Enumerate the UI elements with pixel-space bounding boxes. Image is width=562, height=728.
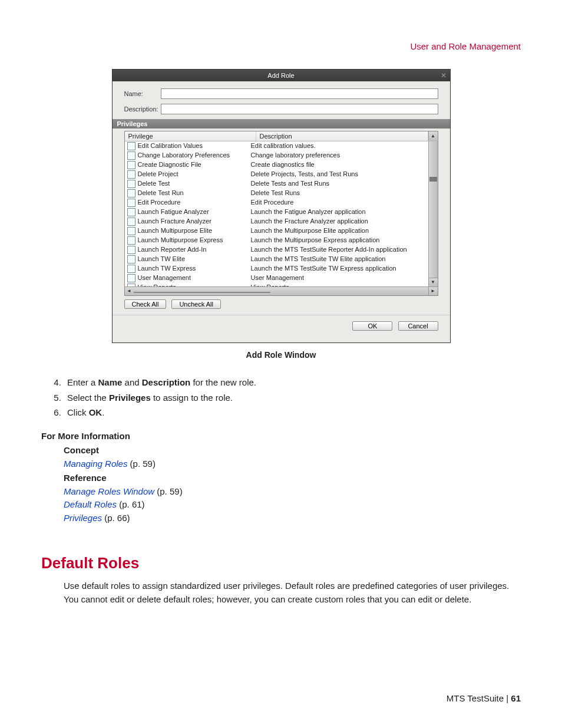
link-privileges[interactable]: Privileges xyxy=(64,513,102,523)
privilege-name: Delete Test Run xyxy=(138,189,251,197)
privilege-name: Launch Fatigue Analyzer xyxy=(138,208,251,216)
dialog-title-text: Add Role xyxy=(267,72,294,79)
name-input[interactable] xyxy=(161,88,438,99)
privilege-checkbox[interactable] xyxy=(127,265,135,273)
privilege-name: Launch Reporter Add-In xyxy=(138,246,251,254)
privilege-checkbox[interactable] xyxy=(127,274,135,282)
privilege-checkbox[interactable] xyxy=(127,236,135,245)
privilege-checkbox[interactable] xyxy=(127,227,135,235)
fmi-reference-heading: Reference xyxy=(64,472,521,485)
privilege-row[interactable]: View ReportsView Reports xyxy=(125,283,428,286)
privilege-description: Edit calibration values. xyxy=(251,142,428,150)
hscroll-thumb[interactable] xyxy=(134,292,270,293)
description-input[interactable] xyxy=(161,104,438,114)
privilege-name: Launch Fracture Analyzer xyxy=(138,218,251,226)
privilege-row[interactable]: Launch Reporter Add-InLaunch the MTS Tes… xyxy=(125,245,428,255)
privilege-description: Launch the Fracture Analyzer application xyxy=(251,218,428,226)
privilege-name: Create Diagnostic File xyxy=(138,161,251,169)
step-strong: Privileges xyxy=(109,393,151,403)
privilege-checkbox[interactable] xyxy=(127,142,135,150)
column-header-privilege[interactable]: Privilege xyxy=(125,131,256,141)
scroll-thumb[interactable] xyxy=(429,177,437,182)
privilege-checkbox[interactable] xyxy=(127,180,135,188)
privilege-description: Launch the MTS TestSuite TW Elite applic… xyxy=(251,255,428,263)
step-strong: OK xyxy=(89,407,103,417)
privilege-row[interactable]: Change Laboratory PreferencesChange labo… xyxy=(125,151,428,160)
link-manage-roles-window[interactable]: Manage Roles Window xyxy=(64,486,154,496)
privileges-grid: Privilege Description ▲ Edit Calibration… xyxy=(124,131,438,296)
privilege-checkbox[interactable] xyxy=(127,151,135,160)
privilege-name: Delete Project xyxy=(138,170,251,179)
privilege-row[interactable]: Launch TW ExpressLaunch the MTS TestSuit… xyxy=(125,264,428,274)
privilege-description: Launch the MTS TestSuite Reporter Add-In… xyxy=(251,246,428,254)
scroll-right-icon[interactable]: ► xyxy=(428,287,438,295)
privilege-description: Launch the MTS TestSuite TW Express appl… xyxy=(251,265,428,273)
privilege-checkbox[interactable] xyxy=(127,218,135,226)
fmi-heading: For More Information xyxy=(41,430,521,443)
step-text: and xyxy=(122,377,141,387)
privilege-checkbox[interactable] xyxy=(127,255,135,263)
privilege-name: Edit Calibration Values xyxy=(138,142,251,150)
privilege-checkbox[interactable] xyxy=(127,284,135,286)
close-icon[interactable]: ✕ xyxy=(441,70,447,81)
privilege-row[interactable]: Launch Multipurpose EliteLaunch the Mult… xyxy=(125,226,428,236)
scroll-left-icon[interactable]: ◄ xyxy=(125,287,134,295)
step-6: Click OK. xyxy=(64,405,521,420)
step-text: Click xyxy=(67,407,89,417)
privilege-row[interactable]: Launch TW EliteLaunch the MTS TestSuite … xyxy=(125,255,428,264)
privilege-description: Delete Test Runs xyxy=(251,189,428,197)
add-role-dialog: Add Role ✕ Name: Description: Privileges… xyxy=(112,69,451,343)
privilege-row[interactable]: Edit ProcedureEdit Procedure xyxy=(125,198,428,207)
ok-button[interactable]: OK xyxy=(352,321,392,331)
step-5: Select the Privileges to assign to the r… xyxy=(64,390,521,406)
privilege-checkbox[interactable] xyxy=(127,161,135,169)
privileges-section-title: Privileges xyxy=(113,119,450,129)
privilege-row[interactable]: Delete Test RunDelete Test Runs xyxy=(125,189,428,198)
privilege-row[interactable]: Launch Fracture AnalyzerLaunch the Fract… xyxy=(125,217,428,226)
step-text: for the new role. xyxy=(190,377,256,387)
steps-list: Enter a Name and Description for the new… xyxy=(64,375,521,420)
privilege-checkbox[interactable] xyxy=(127,246,135,254)
cancel-button[interactable]: Cancel xyxy=(398,321,438,331)
privilege-name: Edit Procedure xyxy=(138,199,251,207)
section-heading-default-roles: Default Roles xyxy=(41,554,521,572)
link-managing-roles[interactable]: Managing Roles xyxy=(64,459,127,469)
horizontal-scrollbar[interactable]: ◄ ► xyxy=(125,286,438,295)
page-ref: (p. 61) xyxy=(117,499,145,509)
privilege-row[interactable]: Delete TestDelete Tests and Test Runs xyxy=(125,179,428,189)
for-more-information: For More Information Concept Managing Ro… xyxy=(41,430,521,525)
privilege-name: Launch TW Elite xyxy=(138,255,251,263)
privilege-row[interactable]: Edit Calibration ValuesEdit calibration … xyxy=(125,141,428,151)
section-paragraph: Use default roles to assign standardized… xyxy=(64,579,521,606)
privilege-checkbox[interactable] xyxy=(127,170,135,179)
check-all-button[interactable]: Check All xyxy=(124,299,167,309)
step-text: Enter a xyxy=(67,377,98,387)
scroll-down-icon[interactable]: ▼ xyxy=(429,278,438,286)
step-text: to assign to the role. xyxy=(151,393,233,403)
privilege-description: Launch the Multipurpose Express applicat… xyxy=(251,236,428,245)
privilege-checkbox[interactable] xyxy=(127,208,135,216)
column-header-description[interactable]: Description xyxy=(256,131,428,141)
privilege-row[interactable]: Create Diagnostic FileCreate diagnostics… xyxy=(125,160,428,170)
privilege-row[interactable]: Launch Fatigue AnalyzerLaunch the Fatigu… xyxy=(125,207,428,217)
footer-product: MTS TestSuite | xyxy=(447,693,511,703)
privilege-description: Edit Procedure xyxy=(251,199,428,207)
privilege-row[interactable]: Delete ProjectDelete Projects, Tests, an… xyxy=(125,170,428,179)
privilege-name: Change Laboratory Preferences xyxy=(138,151,251,160)
figure-caption: Add Role Window xyxy=(41,350,521,360)
privilege-name: Launch Multipurpose Express xyxy=(138,236,251,245)
privilege-description: Launch the Multipurpose Elite applicatio… xyxy=(251,227,428,235)
dialog-titlebar: Add Role ✕ xyxy=(113,70,450,81)
privilege-checkbox[interactable] xyxy=(127,189,135,197)
link-default-roles[interactable]: Default Roles xyxy=(64,499,117,509)
step-4: Enter a Name and Description for the new… xyxy=(64,375,521,390)
scroll-up-icon[interactable]: ▲ xyxy=(428,131,438,141)
privilege-row[interactable]: User ManagementUser Management xyxy=(125,274,428,283)
privilege-name: View Reports xyxy=(138,284,251,286)
privilege-row[interactable]: Launch Multipurpose ExpressLaunch the Mu… xyxy=(125,236,428,245)
privilege-description: User Management xyxy=(251,274,428,282)
vertical-scrollbar[interactable]: ▼ xyxy=(428,141,438,286)
uncheck-all-button[interactable]: Uncheck All xyxy=(171,299,220,309)
privilege-name: Delete Test xyxy=(138,180,251,188)
privilege-checkbox[interactable] xyxy=(127,199,135,207)
